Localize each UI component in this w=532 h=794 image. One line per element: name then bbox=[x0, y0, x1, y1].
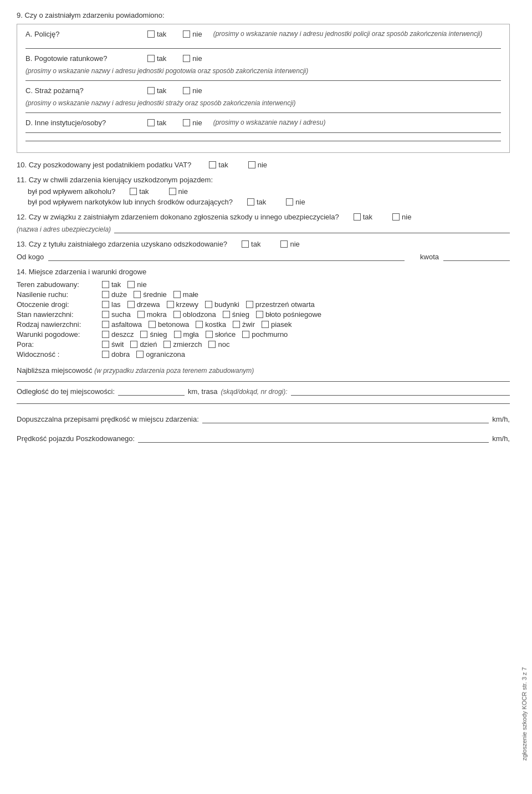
otoczenie-przestrzen[interactable]: przestrzeń otwarta bbox=[246, 300, 315, 309]
section9-d-hint: (prosimy o wskazanie nazwy i adresu) bbox=[213, 119, 326, 126]
stan-oblodzona[interactable]: oblodzona bbox=[173, 310, 216, 319]
odleglosc-km: km, trasa bbox=[188, 387, 217, 396]
section9-b-nie-box[interactable] bbox=[183, 55, 190, 62]
section13-tak-box[interactable] bbox=[242, 240, 249, 248]
section9-a-tak[interactable]: tak bbox=[147, 30, 166, 38]
row-stan: Stan nawierzchni: sucha mokra oblodzona … bbox=[17, 310, 510, 319]
widocznosc-label: Widoczność : bbox=[17, 350, 100, 358]
section13-kwota-line bbox=[443, 260, 510, 261]
section9-c-nie[interactable]: nie bbox=[183, 86, 202, 95]
section9-d-nie[interactable]: nie bbox=[183, 119, 202, 127]
section11-item2-nie[interactable]: nie bbox=[286, 198, 305, 206]
section9-a-nie[interactable]: nie bbox=[183, 30, 202, 38]
section9-d-label: D. Inne instytucje/osoby? bbox=[25, 119, 125, 127]
section12-nie-box[interactable] bbox=[392, 213, 400, 221]
section9-b-tak[interactable]: tak bbox=[147, 54, 166, 63]
warunki-deszcz[interactable]: deszcz bbox=[102, 330, 134, 339]
nasilenie-duze[interactable]: duże bbox=[102, 290, 127, 299]
warunki-snieg[interactable]: śnieg bbox=[140, 330, 167, 339]
widocznosc-dobra[interactable]: dobra bbox=[102, 350, 130, 358]
pora-swit[interactable]: świt bbox=[102, 340, 124, 349]
odleglosc-line1 bbox=[118, 395, 185, 396]
otoczenie-budynki[interactable]: budynki bbox=[205, 300, 239, 309]
teren-label: Teren zabudowany: bbox=[17, 280, 100, 289]
otoczenie-krzewy[interactable]: krzewy bbox=[167, 300, 198, 309]
otoczenie-drzewa[interactable]: drzewa bbox=[127, 300, 160, 309]
stan-mokra[interactable]: mokra bbox=[137, 310, 167, 319]
row-pora: Pora: świt dzień zmierzch noc bbox=[17, 340, 510, 349]
section12-tak-box[interactable] bbox=[354, 213, 361, 221]
section11-item1-tak[interactable]: tak bbox=[130, 187, 149, 196]
section11-item1-nie-box[interactable] bbox=[169, 188, 176, 195]
section9-b-line bbox=[25, 80, 501, 81]
teren-nie[interactable]: nie bbox=[127, 280, 146, 289]
warunki-slonce[interactable]: słońce bbox=[206, 330, 236, 339]
odleglosc-label: Odległość do tej miejscowości: bbox=[17, 387, 115, 396]
section13-text: 13. Czy z tytułu zaistniałego zdarzenia … bbox=[17, 240, 227, 248]
section10-text: 10. Czy poszkodowany jest podatnikiem po… bbox=[17, 161, 191, 169]
rodzaj-piasek[interactable]: piasek bbox=[262, 320, 292, 329]
pora-noc[interactable]: noc bbox=[208, 340, 229, 349]
section10-nie[interactable]: nie bbox=[248, 161, 267, 169]
section9-d-nie-box[interactable] bbox=[183, 119, 190, 126]
warunki-mgla[interactable]: mgła bbox=[174, 330, 199, 339]
pora-zmierzch[interactable]: zmierzch bbox=[163, 340, 202, 349]
section10-tak[interactable]: tak bbox=[209, 161, 228, 169]
stan-sucha[interactable]: sucha bbox=[102, 310, 131, 319]
row-teren: Teren zabudowany: tak nie bbox=[17, 280, 510, 289]
stan-snieg[interactable]: śnieg bbox=[223, 310, 249, 319]
nearest-label: Najbliższa miejscowość bbox=[17, 366, 93, 375]
section11-item2-tak-box[interactable] bbox=[247, 198, 254, 206]
section9-c-label: C. Straż pożarną? bbox=[25, 86, 125, 95]
teren-tak[interactable]: tak bbox=[102, 280, 121, 289]
rodzaj-kostka[interactable]: kostka bbox=[196, 320, 226, 329]
section12-tak[interactable]: tak bbox=[354, 213, 372, 221]
section9-b-nie[interactable]: nie bbox=[183, 54, 202, 63]
speed1-line bbox=[202, 423, 489, 423]
section9-d-tak-box[interactable] bbox=[147, 119, 155, 126]
section9-c-tak[interactable]: tak bbox=[147, 86, 166, 95]
section12-sublabel: (nazwa i adres ubezpieczyciela) bbox=[17, 226, 111, 233]
section9-d-line1 bbox=[25, 132, 501, 133]
section11-item2-nie-box[interactable] bbox=[286, 198, 293, 206]
odleglosc-row: Odległość do tej miejscowości: km, trasa… bbox=[17, 387, 510, 396]
section9-a-line bbox=[25, 48, 501, 49]
section12-text: 12. Czy w związku z zaistniałym zdarzeni… bbox=[17, 213, 339, 221]
section13-nie-box[interactable] bbox=[280, 240, 288, 248]
speed1-row: Dopuszczalna przepisami prędkość w miejs… bbox=[17, 415, 510, 423]
section9-b: B. Pogotowie ratunkowe? tak nie (prosimy… bbox=[25, 54, 501, 81]
otoczenie-las[interactable]: las bbox=[102, 300, 121, 309]
section11-item1-nie[interactable]: nie bbox=[169, 187, 188, 196]
section13-nie[interactable]: nie bbox=[280, 240, 299, 248]
section11-item2-text: był pod wpływem narkotyków lub innych śr… bbox=[28, 198, 233, 206]
section11-item1-tak-box[interactable] bbox=[130, 188, 137, 195]
warunki-label: Warunki pogodowe: bbox=[17, 330, 100, 339]
rodzaj-betonowa[interactable]: betonowa bbox=[149, 320, 189, 329]
nearest-line bbox=[17, 381, 510, 382]
nasilenie-srednie[interactable]: średnie bbox=[134, 290, 167, 299]
section9-c: C. Straż pożarną? tak nie (prosimy o wsk… bbox=[25, 86, 501, 113]
rodzaj-zwir[interactable]: żwir bbox=[233, 320, 255, 329]
section13-tak[interactable]: tak bbox=[242, 240, 260, 248]
nasilenie-male[interactable]: małe bbox=[173, 290, 198, 299]
section11-item2-tak[interactable]: tak bbox=[247, 198, 266, 206]
stan-bloto[interactable]: błoto pośniegowe bbox=[256, 310, 321, 319]
section9-c-tak-box[interactable] bbox=[147, 87, 155, 94]
section10-tak-box[interactable] bbox=[209, 161, 216, 168]
section11-item1-text: był pod wpływem alkoholu? bbox=[28, 187, 115, 196]
section9-d-tak[interactable]: tak bbox=[147, 119, 166, 127]
section12-nie[interactable]: nie bbox=[392, 213, 411, 221]
pora-dzien[interactable]: dzień bbox=[130, 340, 157, 349]
section9-a-tak-box[interactable] bbox=[147, 30, 155, 38]
rodzaj-label: Rodzaj nawierzchni: bbox=[17, 320, 100, 329]
section9-a-nie-box[interactable] bbox=[183, 30, 190, 38]
stan-label: Stan nawierzchni: bbox=[17, 310, 100, 319]
section10-nie-box[interactable] bbox=[248, 161, 255, 168]
warunki-pochmurno[interactable]: pochmurno bbox=[242, 330, 288, 339]
section9-b-tak-box[interactable] bbox=[147, 55, 155, 62]
speed2-line bbox=[138, 442, 489, 443]
section9-c-nie-box[interactable] bbox=[183, 87, 190, 94]
odleglosc-line2 bbox=[291, 395, 510, 396]
rodzaj-asfaltowa[interactable]: asfaltowa bbox=[102, 320, 142, 329]
widocznosc-ograniczona[interactable]: ograniczona bbox=[136, 350, 185, 358]
